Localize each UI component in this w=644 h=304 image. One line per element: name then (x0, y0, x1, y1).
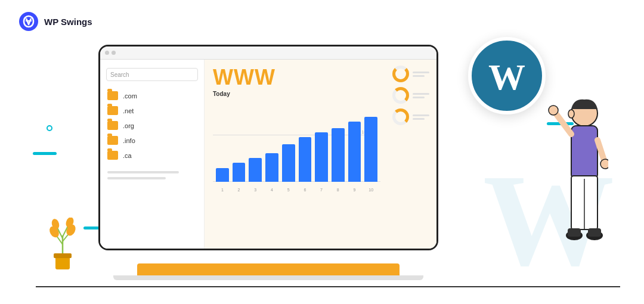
donut-lines-3 (413, 114, 429, 120)
deco-circle (47, 125, 52, 131)
domain-item-org: .org (100, 118, 204, 133)
donut-chart-2 (392, 87, 409, 104)
chart-label-10: 10 (364, 188, 377, 192)
bar-1 (216, 168, 229, 182)
wordpress-logo: W (468, 37, 546, 114)
bar-2 (233, 163, 246, 182)
plant-decoration (45, 218, 80, 271)
domain-item-ca: .ca (100, 148, 204, 163)
wp-swings-logo-icon (18, 11, 39, 32)
person-illustration (525, 92, 608, 283)
bar-3 (249, 158, 262, 182)
bar-9 (348, 122, 361, 182)
svg-rect-3 (54, 253, 72, 258)
domain-label-org: .org (123, 122, 134, 129)
domain-label-ca: .ca (123, 152, 132, 159)
chart-label-9: 9 (348, 188, 361, 192)
svg-rect-24 (568, 228, 581, 237)
browser-dot-2 (112, 51, 116, 55)
svg-point-14 (568, 110, 574, 118)
bar-5 (282, 144, 295, 182)
donut-chart-1 (392, 66, 409, 82)
donut-line-f (413, 118, 425, 120)
ground-line (36, 286, 620, 287)
donut-lines-2 (413, 93, 429, 98)
folder-icon-ca (107, 151, 118, 160)
domain-label-info: .info (123, 137, 135, 144)
bars-container (216, 110, 377, 182)
deco-dash-1 (33, 152, 57, 155)
donut-row-2 (392, 87, 433, 104)
screen-sidebar: Search .com .net .org .info (100, 60, 205, 249)
domain-item-com: .com (100, 88, 204, 103)
chart-label-5: 5 (282, 188, 295, 192)
svg-rect-2 (55, 256, 70, 269)
laptop-frame: Search .com .net .org .info (98, 45, 438, 280)
domain-label-net: .net (123, 107, 134, 114)
sidebar-lines (107, 171, 197, 179)
chart-label-8: 8 (332, 188, 345, 192)
donut-chart-3 (392, 108, 409, 125)
laptop-screen: Search .com .net .org .info (98, 45, 438, 250)
donut-line-b (413, 75, 425, 77)
www-title: WWW (213, 67, 380, 88)
svg-point-19 (600, 159, 608, 169)
bar-7 (315, 132, 328, 182)
wordpress-w-letter: W (488, 58, 525, 95)
folder-icon-org (107, 121, 118, 130)
folder-icon-com (107, 91, 118, 100)
domain-label-com: .com (123, 92, 137, 100)
header: WP Swings (18, 11, 92, 32)
chart-labels: 12345678910 (216, 188, 377, 192)
donut-line-d (413, 97, 425, 98)
bar-8 (332, 128, 345, 182)
donut-lines-1 (413, 72, 429, 77)
bar-4 (265, 153, 278, 182)
chart-label-1: 1 (216, 188, 229, 192)
donut-line-c (413, 93, 429, 95)
chart-label-3: 3 (249, 188, 262, 192)
folder-icon-info (107, 136, 118, 145)
sidebar-line-2 (107, 177, 166, 179)
bar-6 (299, 137, 312, 182)
chart-label-4: 4 (265, 188, 278, 192)
donut-row-1 (392, 66, 433, 82)
svg-point-17 (549, 106, 558, 115)
svg-rect-25 (588, 228, 601, 237)
search-bar-text: Search (110, 72, 129, 78)
chart-area: 10,000 12345678910 (213, 100, 380, 195)
domain-item-info: .info (100, 133, 204, 148)
laptop-base (137, 263, 400, 280)
donut-line-e (413, 114, 429, 116)
chart-label-6: 6 (299, 188, 312, 192)
domain-item-net: .net (100, 103, 204, 118)
svg-rect-15 (571, 126, 597, 179)
screen-main: WWW Today 10,000 12345678910 (205, 60, 389, 249)
sidebar-line-1 (107, 171, 179, 173)
bar-10 (364, 117, 377, 182)
donut-row-3 (392, 108, 433, 125)
folder-icon-net (107, 106, 118, 115)
donut-line-a (413, 72, 429, 73)
today-label: Today (213, 91, 380, 97)
browser-chrome (100, 46, 436, 60)
logo-text: WP Swings (44, 17, 92, 27)
browser-dot-1 (105, 51, 109, 55)
chart-label-2: 2 (233, 188, 246, 192)
chart-label-7: 7 (315, 188, 328, 192)
screen-content: Search .com .net .org .info (100, 60, 436, 249)
screen-right-donuts (389, 60, 436, 249)
search-bar[interactable]: Search (106, 68, 198, 81)
